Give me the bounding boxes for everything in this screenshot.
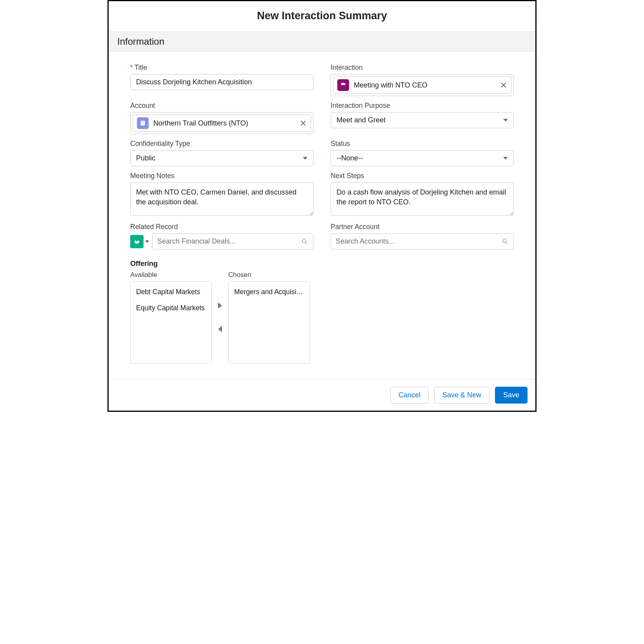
chosen-label: Chosen — [228, 271, 310, 279]
chevron-down-icon — [303, 157, 307, 160]
list-item[interactable]: Equity Capital Markets — [131, 300, 211, 316]
remove-account-icon[interactable] — [300, 120, 307, 127]
modal-footer: Cancel Save & New Save — [109, 379, 535, 411]
field-confidentiality-type: Confidentiality Type Public — [130, 140, 313, 166]
label-partner-account: Partner Account — [331, 223, 514, 231]
available-label: Available — [130, 271, 212, 279]
label-status: Status — [331, 140, 514, 148]
section-heading-information: Information — [109, 31, 535, 52]
field-partner-account: Partner Account Search Accounts... — [331, 223, 514, 249]
modal-new-interaction-summary: New Interaction Summary Information *Tit… — [107, 0, 537, 412]
label-related-record: Related Record — [130, 223, 313, 231]
svg-point-5 — [302, 239, 306, 243]
interaction-purpose-select[interactable]: Meet and Greet — [331, 112, 514, 128]
label-title: *Title — [130, 64, 313, 72]
save-and-new-button[interactable]: Save & New — [434, 387, 489, 404]
account-pill-text: Northern Trail Outfitters (NTO) — [153, 119, 295, 127]
svg-rect-2 — [143, 122, 144, 122]
svg-line-8 — [506, 242, 508, 244]
partner-account-lookup-input[interactable]: Search Accounts... — [331, 233, 514, 249]
field-meeting-notes: Meeting Notes — [130, 172, 313, 217]
search-icon — [502, 238, 509, 245]
offering-dual-listbox: Available Debt Capital Markets Equity Ca… — [130, 271, 514, 364]
related-record-lookup-input[interactable]: Search Financial Deals... — [152, 233, 313, 249]
cancel-button[interactable]: Cancel — [390, 387, 429, 404]
label-interaction: Interaction — [331, 64, 514, 72]
interaction-pill-text: Meeting with NTO CEO — [354, 81, 495, 89]
offering-heading: Offering — [130, 260, 514, 268]
list-item[interactable]: Debt Capital Markets — [131, 284, 211, 300]
confidentiality-type-select[interactable]: Public — [130, 150, 313, 166]
meeting-notes-textarea[interactable] — [130, 182, 313, 216]
svg-line-6 — [306, 242, 307, 244]
svg-rect-4 — [143, 123, 144, 124]
field-title: *Title — [130, 64, 313, 90]
available-listbox[interactable]: Debt Capital Markets Equity Capital Mark… — [130, 281, 212, 364]
field-next-steps: Next Steps — [331, 172, 514, 217]
field-status: Status --None-- — [331, 140, 514, 166]
chevron-down-icon — [503, 119, 508, 122]
label-account: Account — [130, 102, 313, 110]
interaction-lookup[interactable]: Meeting with NTO CEO — [331, 74, 514, 96]
account-lookup[interactable]: Northern Trail Outfitters (NTO) — [130, 112, 313, 134]
save-button[interactable]: Save — [495, 387, 528, 404]
label-confidentiality-type: Confidentiality Type — [130, 140, 313, 148]
label-meeting-notes: Meeting Notes — [130, 172, 313, 180]
next-steps-textarea[interactable] — [331, 182, 514, 216]
handshake-icon — [130, 235, 144, 248]
chevron-down-icon — [145, 240, 149, 243]
building-icon — [137, 117, 149, 129]
field-related-record: Related Record Search Financial Deals... — [130, 223, 313, 249]
title-input[interactable] — [130, 74, 313, 90]
chosen-listbox[interactable]: Mergers and Acquisitions — [228, 281, 310, 364]
chevron-down-icon — [503, 157, 508, 160]
handshake-icon — [337, 79, 349, 91]
move-left-button[interactable] — [218, 326, 222, 332]
label-interaction-purpose: Interaction Purpose — [331, 102, 514, 110]
field-interaction: Interaction Meeting with NTO CEO — [331, 64, 514, 96]
svg-rect-3 — [142, 123, 142, 124]
search-icon — [301, 238, 308, 245]
related-record-type-switcher[interactable] — [130, 233, 152, 249]
svg-point-7 — [503, 239, 506, 243]
field-interaction-purpose: Interaction Purpose Meet and Greet — [331, 102, 514, 128]
list-item[interactable]: Mergers and Acquisitions — [229, 284, 309, 300]
svg-rect-1 — [142, 122, 142, 122]
status-select[interactable]: --None-- — [331, 150, 514, 166]
field-account: Account Northern Trail Outfitters (NTO) — [130, 102, 313, 134]
remove-interaction-icon[interactable] — [500, 82, 507, 89]
form-body: *Title Interaction Meeting with NTO CEO — [109, 52, 535, 379]
required-indicator: * — [130, 64, 133, 71]
modal-title: New Interaction Summary — [109, 10, 535, 22]
modal-header: New Interaction Summary — [109, 1, 535, 31]
move-right-button[interactable] — [218, 302, 222, 309]
label-next-steps: Next Steps — [331, 172, 514, 180]
